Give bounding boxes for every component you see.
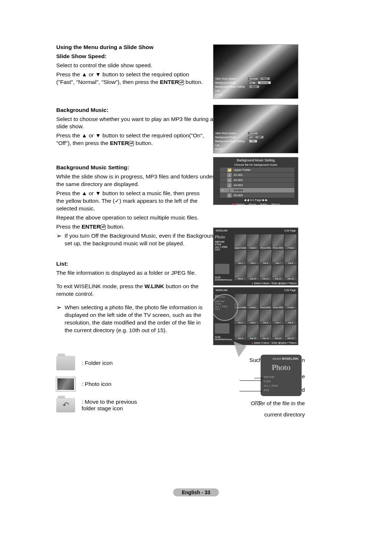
folder-icon [56,356,75,370]
info-date: Jun 1 2006 [264,384,299,388]
main-text-column: Using the Menu during a Slide Show Slide… [56,44,216,334]
enter-icon: ⏎ [129,141,134,146]
list-l1: The file information is displayed as a f… [56,269,216,277]
previous-folder-icon [56,398,75,412]
speed-l2: Press the ▲ or ▼ button to select the re… [56,71,216,86]
info-order: 3/23 [264,388,299,392]
list-l2: To exit WISELINK mode, press the W.LINK … [56,283,216,298]
screenshot-wiselink-list-1: WISELINK1/16 Page Photo 580*44047KB Jun … [213,227,298,286]
heading-list: List: [56,260,216,268]
heading-bgm: Background Music: [56,106,216,114]
bgm-setting-l3: Repeat the above operation to select mul… [56,214,299,222]
music-icon: ♪ [227,173,232,177]
speed-l1: Select to control the slide show speed. [56,62,216,69]
page-footer: English - 33 [0,488,392,496]
screenshot-bgmusic: Slide Show SpeedNormal Background MusicO… [213,105,298,153]
bgm-l1: Select to choose whether you want to pla… [56,116,216,131]
enter-icon: ⏎ [179,80,184,85]
music-icon: ♪ [227,178,232,182]
heading-speed: Slide Show Speed: [56,53,216,60]
screenshot-wiselink-list-2-zoom: WISELINK1/16 Page Photo 580*44047KB Jun … [213,287,298,345]
list-note: ➢ When selecting a photo file, the photo… [56,304,216,334]
screenshot-slideshow-speed: Slide Show SpeedNormalFast Background Mu… [213,44,298,99]
enter-icon: ⏎ [101,225,106,230]
screenshot-bgm-setting-dialog: Background Music Setting Choose file for… [213,157,298,205]
bgm-setting-l1: While the slide show is in progress, MP3… [56,173,216,188]
bgm-l2: Press the ▲ or ▼ button to select the re… [56,132,216,147]
note-arrow-icon: ➢ [56,232,62,247]
heading-menu-slideshow: Using the Menu during a Slide Show [56,44,216,51]
music-icon: ♪ [227,193,232,198]
photo-icon [56,377,75,391]
bgm-setting-l2: Press the ▲ or ▼ button to select a musi… [56,190,209,213]
wiselink-info-panel: WISELINK Photo 580*440 47KB Jun 1 2006 3… [261,355,302,396]
music-icon: ♪ [227,183,232,188]
info-resolution: 580*440 [264,375,299,379]
music-icon: ♪ [227,188,232,193]
icon-legend: : Folder icon : Photo icon : Move to the… [56,352,137,416]
folder-icon: 📁 [227,168,232,172]
info-filesize: 47KB [264,379,299,384]
note-arrow-icon: ➢ [56,304,62,334]
